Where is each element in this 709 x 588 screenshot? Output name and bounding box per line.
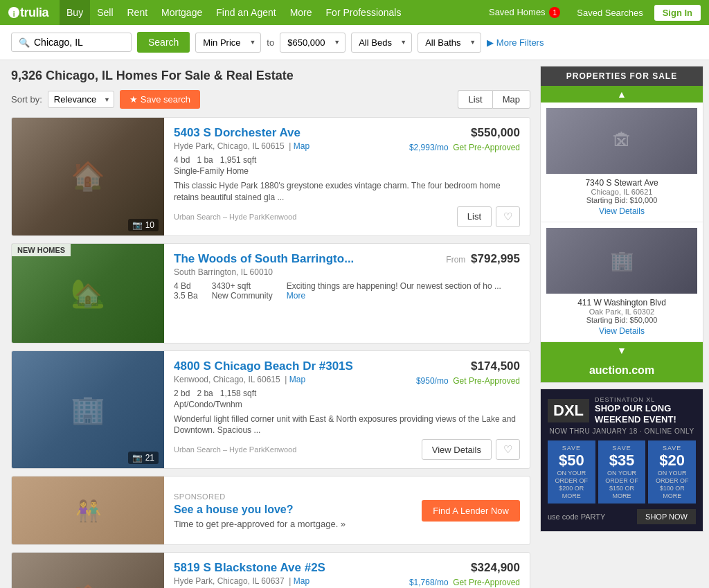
results-title: 9,326 Chicago, IL Homes For Sale & Real … <box>11 69 530 83</box>
shop-now-button[interactable]: SHOP NOW <box>637 509 696 524</box>
listing-address: Hyde Park, Chicago, IL 60615 | Map <box>174 141 309 151</box>
listing-image[interactable]: 🏠 📷 10 <box>12 118 164 235</box>
view-details-button[interactable]: View Details <box>422 439 492 460</box>
favorite-button[interactable]: ♡ <box>496 439 520 460</box>
preapproved-link[interactable]: Get Pre-Approved <box>453 578 520 587</box>
prev-property-nav: ▲ <box>541 86 703 103</box>
saved-homes-badge: 1 <box>549 7 560 18</box>
listing-image[interactable]: 🏠 <box>12 553 164 588</box>
listing-title-link[interactable]: 4800 S Chicago Beach Dr #301S <box>174 359 353 373</box>
map-view-button[interactable]: Map <box>492 90 530 109</box>
listings-column: 9,326 Chicago, IL Homes For Sale & Real … <box>0 60 537 588</box>
sort-select[interactable]: Relevance <box>48 91 114 108</box>
property-city: Oak Park, IL 60302 <box>546 308 697 316</box>
camera-icon: 📷 <box>132 453 143 463</box>
properties-ad: PROPERTIES FOR SALE ▲ 🏚 7340 S Stewart A… <box>540 66 703 383</box>
view-toggle: List Map <box>458 90 530 109</box>
listing-image[interactable]: 🏢 📷 21 <box>12 351 164 469</box>
map-link[interactable]: Map <box>294 141 309 151</box>
property-city: Chicago, IL 60621 <box>546 188 697 196</box>
filter-icon: ▶ <box>487 37 494 48</box>
map-link[interactable]: Map <box>289 375 305 384</box>
dxl-event: SHOP OUR LONG WEEKEND EVENT! <box>595 403 696 425</box>
map-link[interactable]: Map <box>294 576 309 586</box>
sponsored-desc: Time to get pre-approved for a mortgage.… <box>174 519 411 529</box>
auction-logo[interactable]: auction.com <box>541 359 703 382</box>
listing-title-link[interactable]: The Woods of South Barringto... <box>174 252 354 266</box>
main-nav: i trulia Buy Sell Rent Mortgage Find an … <box>0 0 709 25</box>
listing-card: 🏠 5819 S Blackstone Ave #2S $324,900 Hyd… <box>11 552 530 588</box>
preapproved-link[interactable]: Get Pre-Approved <box>453 143 520 152</box>
view-details-link[interactable]: View Details <box>546 206 697 216</box>
property-image[interactable]: 🏚 <box>546 108 697 174</box>
listing-price: $792,995 <box>471 252 520 265</box>
listing-card: 🏢 📷 21 4800 S Chicago Beach Dr #301S $17… <box>11 350 530 470</box>
listing-price: $550,000 <box>471 126 520 140</box>
nav-rent[interactable]: Rent <box>120 0 155 25</box>
sign-in-button[interactable]: Sign In <box>654 5 701 21</box>
save-amount-2: $35 <box>602 452 642 470</box>
auction-logo-text: auction.com <box>589 364 654 376</box>
nav-sell[interactable]: Sell <box>90 0 120 25</box>
nav-mortgage[interactable]: Mortgage <box>154 0 209 25</box>
logo[interactable]: i trulia <box>8 6 48 20</box>
nav-buy[interactable]: Buy <box>60 0 90 25</box>
find-lender-button[interactable]: Find A Lender Now <box>422 500 520 522</box>
beds-select[interactable]: All Beds <box>351 33 412 53</box>
beds-wrap: All Beds ▼ <box>351 33 412 53</box>
view-details-link[interactable]: View Details <box>546 326 697 336</box>
saved-homes-link[interactable]: Saved Homes 1 <box>487 7 566 19</box>
nav-links: Buy Sell Rent Mortgage Find an Agent Mor… <box>60 0 408 25</box>
list-view-button[interactable]: List <box>458 90 492 109</box>
listing-body: 4800 S Chicago Beach Dr #301S $174,500 K… <box>164 351 530 469</box>
listing-image[interactable]: 🏡 NEW HOMES <box>12 244 164 343</box>
sidebar: PROPERTIES FOR SALE ▲ 🏚 7340 S Stewart A… <box>537 60 709 588</box>
dxl-ad: DXL DESTINATION XL SHOP OUR LONG WEEKEND… <box>540 389 703 532</box>
more-link[interactable]: More <box>287 291 305 301</box>
chevron-down-icon[interactable]: ▼ <box>617 345 627 356</box>
chevron-up-icon[interactable]: ▲ <box>617 89 627 100</box>
search-icon: 🔍 <box>19 37 30 48</box>
dxl-save-box-3: SAVE $20 ON YOUR ORDER OF $100 OR MORE <box>648 440 696 504</box>
nav-find-agent[interactable]: Find an Agent <box>209 0 282 25</box>
min-price-select[interactable]: Min Price <box>195 33 261 53</box>
sponsored-label: SPONSORED <box>174 492 411 501</box>
image-count: 📷 21 <box>128 452 159 464</box>
save-prefix: SAVE <box>652 445 692 452</box>
listing-body: 5403 S Dorchester Ave $550,000 Hyde Park… <box>164 118 530 235</box>
sponsored-title: See a house you love? <box>174 504 411 516</box>
save-search-button[interactable]: ★ Save search <box>120 90 200 109</box>
sponsored-card: 👫 SPONSORED See a house you love? Time t… <box>11 476 530 545</box>
view-details-button[interactable]: List <box>457 206 492 227</box>
listing-source: Urban Search – Hyde ParkKenwood <box>174 445 296 454</box>
price-monthly: $950/mo Get Pre-Approved <box>416 376 520 386</box>
search-button[interactable]: Search <box>137 32 190 53</box>
dxl-subtitle: DESTINATION XL <box>595 396 696 403</box>
property-address: 411 W Washington Blvd <box>546 298 697 308</box>
saved-homes-label: Saved Homes <box>489 7 546 17</box>
max-price-select[interactable]: $650,000 <box>280 33 345 53</box>
dxl-save-box-1: SAVE $50 ON YOUR ORDER OF $200 OR MORE <box>548 440 595 504</box>
to-label: to <box>267 37 274 48</box>
promo-code: use code PARTY <box>548 513 605 521</box>
sort-select-wrap: Relevance ▼ <box>48 91 114 108</box>
listing-title-link[interactable]: 5819 S Blackstone Ave #2S <box>174 561 325 575</box>
nav-right: Saved Homes 1 Saved Searches Sign In <box>487 5 701 21</box>
listing-body: 5819 S Blackstone Ave #2S $324,900 Hyde … <box>164 553 530 588</box>
baths-select[interactable]: All Baths <box>418 33 481 53</box>
preapproved-link[interactable]: Get Pre-Approved <box>453 376 520 386</box>
location-input[interactable] <box>34 37 124 48</box>
baths-wrap: All Baths ▼ <box>418 33 481 53</box>
listing-title-link[interactable]: 5403 S Dorchester Ave <box>174 126 300 140</box>
saved-searches-link[interactable]: Saved Searches <box>571 8 648 18</box>
dxl-dates: NOW THRU JANUARY 18 · ONLINE ONLY <box>548 427 696 435</box>
nav-more[interactable]: More <box>283 0 319 25</box>
listing-type: Single-Family Home <box>174 166 520 176</box>
more-filters-link[interactable]: ▶ More Filters <box>487 37 544 48</box>
favorite-button[interactable]: ♡ <box>496 206 520 227</box>
nav-for-professionals[interactable]: For Professionals <box>319 0 409 25</box>
dxl-savings-row: SAVE $50 ON YOUR ORDER OF $200 OR MORE S… <box>548 440 696 504</box>
min-price-wrap: Min Price ▼ <box>195 33 261 53</box>
save-prefix: SAVE <box>552 445 591 452</box>
property-image[interactable]: 🏢 <box>546 228 697 294</box>
